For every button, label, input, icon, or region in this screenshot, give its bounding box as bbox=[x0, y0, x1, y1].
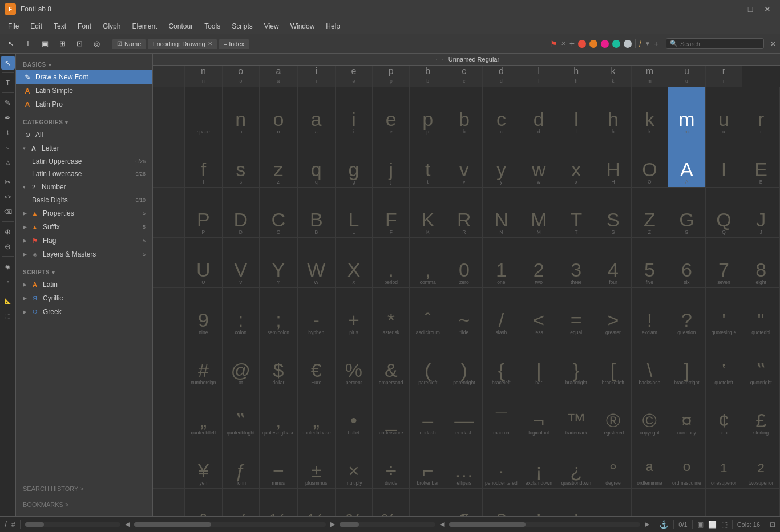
view-icon-1[interactable]: ▣ bbox=[697, 521, 704, 529]
glyph-cell[interactable]: 2two bbox=[520, 238, 557, 288]
color-teal[interactable] bbox=[612, 40, 620, 48]
glyph-cell[interactable]: ff bbox=[185, 137, 223, 188]
glyph-cell[interactable]: ®registered bbox=[595, 388, 631, 438]
glyph-cell[interactable]: ¤currency bbox=[668, 388, 706, 438]
glyph-cell[interactable]: kk bbox=[631, 87, 668, 137]
glyph-cell[interactable]: ⁄fraction bbox=[222, 489, 259, 517]
glyph-cell[interactable]: @at bbox=[222, 338, 259, 388]
glyph-cell[interactable]: •bullet bbox=[335, 388, 373, 438]
flag-close-icon[interactable]: ✕ bbox=[561, 40, 566, 47]
sidebar-item-draw-new-font[interactable]: ✎ Draw a New Font bbox=[16, 70, 152, 84]
glyph-cell[interactable]: SS bbox=[595, 188, 631, 238]
glyph-cell[interactable]: 7seven bbox=[705, 238, 742, 288]
search-history[interactable]: SEARCH HISTORY > bbox=[16, 481, 152, 497]
glyph-cell[interactable]: CC bbox=[259, 188, 297, 238]
glyph-cell[interactable]: &ampersand bbox=[373, 338, 410, 388]
maximize-button[interactable]: □ bbox=[742, 1, 758, 17]
glyph-cell[interactable]: ¾threequarters bbox=[335, 489, 373, 517]
anchor-tool[interactable]: ⬚ bbox=[1, 309, 15, 323]
glyph-cell[interactable]: ‟quoteright bbox=[742, 338, 780, 388]
glyph-cell[interactable]: °degree bbox=[595, 438, 631, 489]
glyph-cell[interactable]: EE bbox=[742, 137, 780, 188]
pen-add-icon[interactable]: + bbox=[654, 39, 658, 48]
glyph-cell[interactable]: 'quotesingle bbox=[705, 288, 742, 338]
glyph-cell[interactable]: ;semicolon bbox=[259, 288, 297, 338]
menu-tools[interactable]: Tools bbox=[199, 20, 226, 33]
menu-element[interactable]: Element bbox=[126, 20, 163, 33]
glyph-cell[interactable]: ™trademark bbox=[557, 388, 595, 438]
glyph-cell[interactable]: ~tilde bbox=[446, 288, 482, 338]
glyph-cell[interactable]: bb bbox=[446, 87, 482, 137]
sidebar-item-greek[interactable]: ▶ Ω Greek bbox=[16, 305, 152, 319]
menu-edit[interactable]: Edit bbox=[25, 20, 48, 33]
glyph-cell[interactable]: KK bbox=[410, 188, 446, 238]
bookmarks[interactable]: BOOKMARKS > bbox=[16, 497, 152, 513]
multi-cell-view[interactable]: ⊞ bbox=[55, 36, 70, 51]
glyph-cell[interactable]: ‚quotesinglbase bbox=[259, 388, 297, 438]
glyph-cell[interactable]: DD bbox=[222, 188, 259, 238]
glyph-cell[interactable]: ¯macron bbox=[482, 388, 520, 438]
glyph-cell[interactable]: ww bbox=[520, 137, 557, 188]
glyph-cell[interactable]: \backslash bbox=[631, 338, 668, 388]
menu-window[interactable]: Window bbox=[285, 20, 321, 33]
glyph-cell[interactable]: |bar bbox=[520, 338, 557, 388]
glyph-cell[interactable]: FF bbox=[373, 188, 410, 238]
glyph-cell[interactable]: ¥yen bbox=[185, 438, 223, 489]
tab-encoding-close[interactable]: ✕ bbox=[208, 40, 212, 47]
minimize-button[interactable]: — bbox=[725, 1, 741, 17]
glyph-cell[interactable]: „quotedblbase bbox=[297, 388, 335, 438]
glyph-cell[interactable]: ⌐brokenbar bbox=[410, 438, 446, 489]
glyph-cell[interactable]: €Euro bbox=[297, 338, 335, 388]
glyph-cell[interactable]: μmu bbox=[410, 489, 446, 517]
scroll-center-icon[interactable]: ◀ bbox=[440, 521, 444, 528]
glyph-cell[interactable]: _underscore bbox=[373, 388, 410, 438]
measure-tool[interactable]: 📐 bbox=[1, 294, 15, 308]
glyph-cell[interactable]: «guillemotleft bbox=[705, 489, 742, 517]
glyph-cell[interactable]: >greater bbox=[595, 288, 631, 338]
view-icon-3[interactable]: ⬚ bbox=[721, 521, 728, 529]
resize-icon[interactable]: ⊡ bbox=[770, 521, 775, 529]
glyph-cell[interactable]: ¬logicalnot bbox=[520, 388, 557, 438]
menu-contour[interactable]: Contour bbox=[163, 20, 199, 33]
glyph-cell[interactable]: uu bbox=[705, 87, 742, 137]
glyph-cell[interactable]: MM bbox=[520, 188, 557, 238]
glyph-cell[interactable]: :colon bbox=[222, 288, 259, 338]
menu-font[interactable]: Font bbox=[72, 20, 97, 33]
glyph-cell[interactable]: 8eight bbox=[742, 238, 780, 288]
glyph-cell[interactable]: £sterling bbox=[742, 388, 780, 438]
glyph-cell[interactable]: "quotedbl bbox=[742, 288, 780, 338]
pen-line-icon[interactable]: / bbox=[639, 39, 641, 48]
basics-section[interactable]: BASICS ▾ bbox=[16, 57, 152, 70]
sidebar-item-cyrillic[interactable]: ▶ Я Cyrillic bbox=[16, 291, 152, 305]
glyph-cell[interactable]: JJ bbox=[742, 188, 780, 238]
glyph-cell[interactable]: }braceright bbox=[557, 338, 595, 388]
eraser-tool[interactable]: ⌫ bbox=[1, 205, 15, 218]
glyph-cell[interactable]: ¢cent bbox=[705, 388, 742, 438]
glyph-cell[interactable]: „quotedblleft bbox=[185, 388, 223, 438]
glyph-cell[interactable]: WW bbox=[297, 238, 335, 288]
glyph-cell[interactable]: ‰perthousand bbox=[373, 489, 410, 517]
color-pink[interactable] bbox=[601, 40, 609, 48]
glyph-cell[interactable]: ¶paragraph bbox=[446, 489, 482, 517]
scroll-track-3[interactable] bbox=[340, 522, 435, 527]
search-input[interactable] bbox=[680, 40, 760, 47]
glyph-cell[interactable]: 5five bbox=[631, 238, 668, 288]
glyph-cell[interactable]: ³threesuperior bbox=[185, 489, 223, 517]
glyph-cell[interactable]: ˆasciicircum bbox=[410, 288, 446, 338]
glyph-cell[interactable]: rr bbox=[742, 87, 780, 137]
color-light[interactable] bbox=[624, 40, 632, 48]
glyph-cell[interactable]: ÷divide bbox=[373, 438, 410, 489]
glyph-cell[interactable]: ?question bbox=[668, 288, 706, 338]
glyph-cell[interactable]: −minus bbox=[259, 438, 297, 489]
glyph-cell[interactable]: »guillemotright bbox=[742, 489, 780, 517]
glyph-cell[interactable]: ¼onequarter bbox=[259, 489, 297, 517]
flag-icon[interactable]: ⚑ bbox=[550, 39, 557, 48]
sidebar-item-latin-simple[interactable]: A Latin Simple bbox=[16, 84, 152, 98]
tab-encoding[interactable]: Encoding: Drawing ✕ bbox=[148, 39, 216, 49]
glyph-cell[interactable]: ©copyright bbox=[631, 388, 668, 438]
glyph-cell[interactable]: =equal bbox=[557, 288, 595, 338]
glyph-cell[interactable]: ~asciitilde bbox=[595, 489, 631, 517]
glyph-cell[interactable]: ƒflorin bbox=[222, 438, 259, 489]
sidebar-item-suffix[interactable]: ▶ ▲ Suffix 5 bbox=[16, 220, 152, 234]
glyph-cell[interactable]: 9nine bbox=[185, 288, 223, 338]
